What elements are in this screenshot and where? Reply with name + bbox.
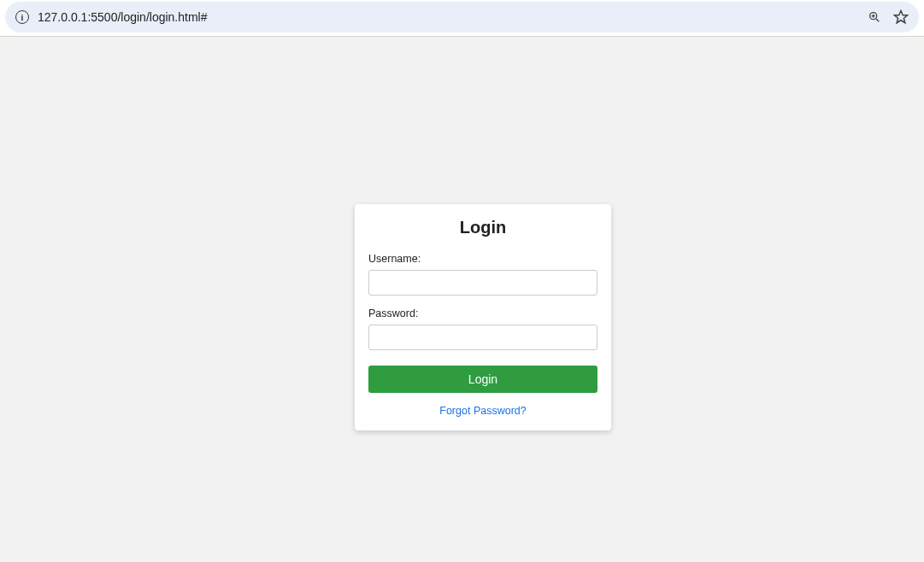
forgot-password-link[interactable]: Forgot Password?: [368, 405, 597, 417]
username-label: Username:: [368, 253, 597, 265]
zoom-icon[interactable]: [868, 10, 881, 24]
login-card: Login Username: Password: Login Forgot P…: [355, 204, 611, 430]
page-background: Login Username: Password: Login Forgot P…: [0, 37, 924, 562]
site-info-icon[interactable]: [15, 10, 29, 24]
username-input[interactable]: [368, 270, 597, 296]
username-group: Username:: [368, 253, 597, 296]
browser-address-bar: [5, 2, 919, 32]
login-button[interactable]: Login: [368, 366, 597, 393]
password-input[interactable]: [368, 325, 597, 350]
address-bar-right-icons: [868, 9, 909, 25]
bookmark-star-icon[interactable]: [893, 9, 909, 25]
password-group: Password:: [368, 307, 597, 350]
svg-line-1: [876, 19, 879, 21]
url-input[interactable]: [38, 10, 868, 24]
password-label: Password:: [368, 307, 597, 319]
svg-marker-4: [895, 11, 908, 23]
login-title: Login: [368, 218, 597, 237]
